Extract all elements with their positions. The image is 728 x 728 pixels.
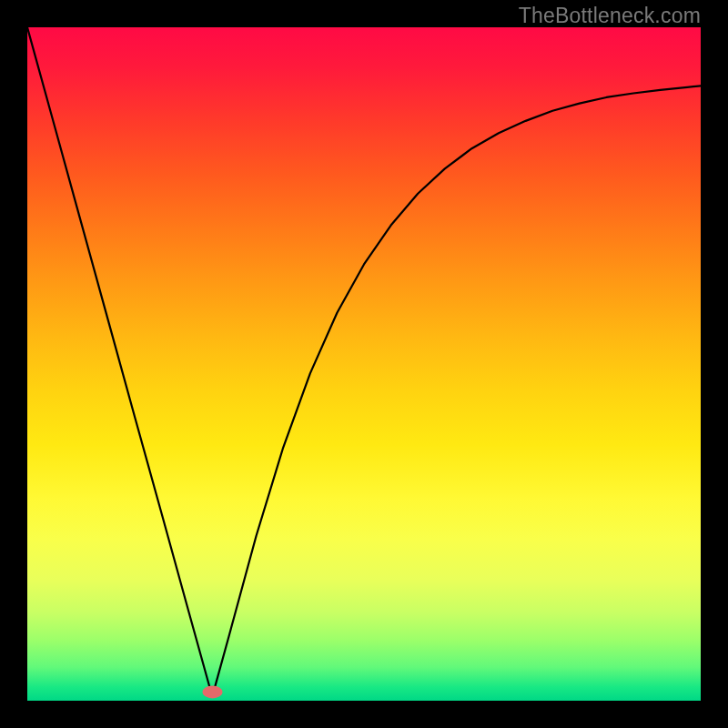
bottleneck-curve (27, 27, 701, 693)
watermark-text: TheBottleneck.com (519, 4, 701, 28)
optimal-point-marker (203, 685, 223, 698)
chart-svg (27, 27, 701, 701)
chart-frame: TheBottleneck.com (0, 0, 728, 728)
